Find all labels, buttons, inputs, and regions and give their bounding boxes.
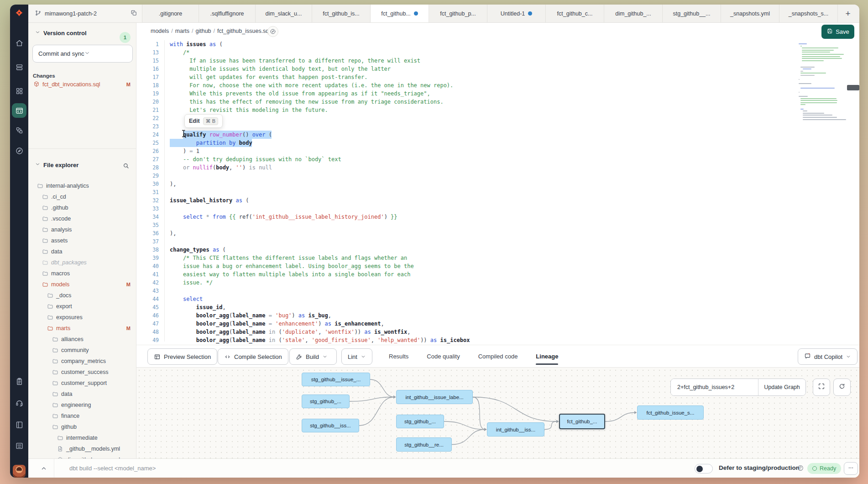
editor-tab[interactable]: Untitled-1 <box>487 5 546 22</box>
rail-changelog-icon[interactable] <box>12 374 26 389</box>
commit-and-sync-button[interactable]: Commit and sync <box>32 45 133 63</box>
code-line[interactable]: 29 <box>136 172 859 180</box>
code-line[interactable]: 39 /* This CTE flattens the different is… <box>136 254 859 262</box>
rail-ide-icon[interactable] <box>12 103 26 118</box>
code-line[interactable]: 16 multiple issues with identical body t… <box>136 65 859 73</box>
code-line[interactable]: 20 this has the effect of removing the n… <box>136 98 859 106</box>
tab-results[interactable]: Results <box>389 345 408 367</box>
tree-item[interactable]: analysis <box>28 224 136 235</box>
rail-explore-icon[interactable] <box>12 143 26 158</box>
code-line[interactable]: 17 will get updates for events that happ… <box>136 73 859 81</box>
more-options-button[interactable] <box>844 462 858 475</box>
update-graph-button[interactable]: Update Graph <box>758 379 805 395</box>
code-line[interactable]: 46 boolor_agg(label_name = 'bug') as is_… <box>136 311 859 320</box>
tree-item[interactable]: _docs <box>28 290 136 301</box>
lint-button[interactable]: Lint <box>341 348 372 365</box>
editor-tab[interactable]: .gitignore <box>142 5 199 22</box>
tree-item[interactable]: data <box>28 389 136 400</box>
tree-item[interactable]: data <box>28 246 136 257</box>
code-line[interactable]: 49 boolor_agg(label_name in ('stale', 'g… <box>136 336 859 344</box>
rail-branch-compare-icon[interactable] <box>12 123 26 137</box>
code-line[interactable]: 21 Let's revisit this modeling in the fu… <box>136 106 859 114</box>
code-line[interactable]: 37 <box>136 237 859 246</box>
editor-tab[interactable]: fct_github... <box>371 5 429 22</box>
code-line[interactable]: 45 issue_id, <box>136 303 859 311</box>
fullscreen-button[interactable] <box>813 379 830 396</box>
tree-item[interactable]: github <box>28 421 136 432</box>
preview-selection-button[interactable]: Preview Selection <box>147 348 217 365</box>
tree-item[interactable]: .vscode <box>28 213 136 224</box>
tree-item[interactable]: community <box>28 345 136 356</box>
build-button[interactable]: Build <box>289 348 337 365</box>
new-tab-button[interactable]: + <box>838 5 858 22</box>
tree-item[interactable]: customer_support <box>28 378 136 389</box>
tree-item[interactable]: .github <box>28 202 136 213</box>
tree-item[interactable]: intermediate <box>28 432 136 443</box>
dbt-logo-icon[interactable] <box>10 5 28 23</box>
breadcrumb-segment[interactable]: models <box>151 28 169 34</box>
changed-file-row[interactable]: fct_dbt_invocations.sql M <box>28 79 136 89</box>
lineage-node[interactable]: int_github__issue_labe... <box>396 390 473 404</box>
lineage-node[interactable]: stg_github_... <box>396 415 444 428</box>
code-line[interactable]: 31 <box>136 188 859 196</box>
minimap[interactable] <box>799 43 847 128</box>
rail-docs-icon[interactable] <box>12 417 26 432</box>
code-line[interactable]: 26 ) = 1 <box>136 147 859 155</box>
tab-lineage[interactable]: Lineage <box>536 345 558 367</box>
code-line[interactable]: 25 partition by body <box>136 139 859 147</box>
branch-selector[interactable]: mirnawong1-patch-2 <box>28 5 142 22</box>
tree-item[interactable]: martsM <box>28 323 136 334</box>
breadcrumb-segment[interactable]: github <box>196 28 211 34</box>
search-icon[interactable] <box>122 162 130 169</box>
code-line[interactable]: 40 issue has a bug or enhancement label.… <box>136 262 859 270</box>
editor-tab[interactable]: fct_github_c... <box>546 5 604 22</box>
tree-item[interactable]: macros <box>28 268 136 279</box>
file-explorer-header[interactable]: File explorer <box>28 160 136 170</box>
code-editor[interactable]: 1with issues as (13 /*15 If an issue has… <box>136 40 859 345</box>
code-line[interactable]: 15 If an issue has been transferred to a… <box>136 57 859 65</box>
code-line[interactable]: 48 boolor_agg(label_name in ('duplicate'… <box>136 328 859 336</box>
tree-item[interactable]: dim_github_users.sql <box>28 454 136 458</box>
rail-home-icon[interactable] <box>12 36 26 50</box>
tab-compiled-code[interactable]: Compiled code <box>478 345 518 367</box>
code-line[interactable]: 35 <box>136 221 859 229</box>
breadcrumb-segment[interactable]: fct_github_issues.sql <box>217 28 270 34</box>
tree-item[interactable]: alliances <box>28 334 136 345</box>
lineage-node[interactable]: fct_github_... <box>559 414 605 429</box>
breadcrumb-segment[interactable]: marts <box>175 28 189 34</box>
code-line[interactable]: 43 <box>136 287 859 295</box>
rail-apps-grid-icon[interactable] <box>12 84 26 98</box>
rail-keyboard-icon[interactable] <box>12 438 26 453</box>
lineage-node[interactable]: stg_github_... <box>302 395 350 408</box>
code-line[interactable]: 30), <box>136 180 859 188</box>
tree-item[interactable]: assets <box>28 235 136 246</box>
refresh-graph-button[interactable] <box>833 379 851 396</box>
code-line[interactable]: 41 easiest way to flatten multiple label… <box>136 270 859 279</box>
tree-item[interactable]: modelsM <box>28 279 136 290</box>
version-control-header[interactable]: Version control 1 <box>28 28 136 38</box>
tree-item[interactable]: customer_success <box>28 367 136 378</box>
explore-lineage-icon[interactable] <box>267 26 278 37</box>
editor-tab[interactable]: dim_slack_u... <box>256 5 312 22</box>
code-line[interactable]: 33 <box>136 205 859 213</box>
lineage-selector-input[interactable] <box>671 379 758 395</box>
tree-item[interactable]: engineering <box>28 400 136 410</box>
expand-command-icon[interactable] <box>40 465 47 472</box>
dbt-copilot-button[interactable]: dbt Copilot <box>798 348 858 365</box>
help-icon[interactable] <box>797 464 804 472</box>
lineage-node[interactable]: fct_github_issue_s... <box>637 405 704 420</box>
lineage-node[interactable]: stg_github__iss... <box>302 419 359 432</box>
editor-tab[interactable]: fct_github_p... <box>429 5 487 22</box>
compile-selection-button[interactable]: Compile Selection <box>218 348 288 365</box>
tree-item[interactable]: _github__models.yml <box>28 443 136 454</box>
lineage-node[interactable]: stg_github__re... <box>396 437 452 452</box>
lineage-node[interactable]: stg_github__issue_... <box>302 373 370 386</box>
rail-support-icon[interactable] <box>12 395 26 410</box>
editor-tab[interactable]: _snapshots.yml <box>721 5 779 22</box>
code-line[interactable]: 22 <box>136 114 859 122</box>
editor-tab[interactable]: fct_github_is... <box>312 5 371 22</box>
code-line[interactable]: 34 select * from {{ ref('int_github__iss… <box>136 213 859 221</box>
tree-item[interactable]: company_metrics <box>28 356 136 367</box>
rail-projects-icon[interactable] <box>12 60 26 74</box>
code-line[interactable]: 23 <box>136 122 859 131</box>
